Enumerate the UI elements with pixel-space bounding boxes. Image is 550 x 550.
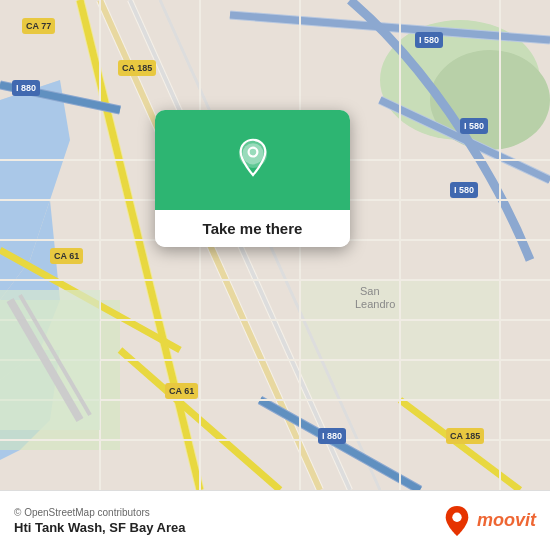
- popup-card: Take me there: [155, 110, 350, 247]
- svg-text:San: San: [360, 285, 380, 297]
- take-me-there-button[interactable]: Take me there: [155, 210, 350, 247]
- popup-green-area: [155, 110, 350, 210]
- map-container: San Leandro CA 77 I 880 CA 185 I 580 I 5…: [0, 0, 550, 490]
- road-badge-i880-lower: I 880: [318, 428, 346, 444]
- road-badge-i580-upper: I 580: [415, 32, 443, 48]
- road-badge-ca185-lower: CA 185: [446, 428, 484, 444]
- road-badge-ca61-upper: CA 61: [50, 248, 83, 264]
- moovit-pin-icon: [443, 505, 471, 537]
- svg-point-45: [242, 143, 263, 164]
- svg-text:Leandro: Leandro: [355, 298, 395, 310]
- svg-point-48: [452, 512, 461, 521]
- map-attribution: © OpenStreetMap contributors: [14, 507, 185, 518]
- place-name: Hti Tank Wash, SF Bay Area: [14, 520, 185, 535]
- road-badge-i880-upper: I 880: [12, 80, 40, 96]
- road-badge-ca185-upper: CA 185: [118, 60, 156, 76]
- road-badge-ca77: CA 77: [22, 18, 55, 34]
- bottom-bar: © OpenStreetMap contributors Hti Tank Wa…: [0, 490, 550, 550]
- road-badge-i580-mid: I 580: [460, 118, 488, 134]
- road-badge-i580-lower: I 580: [450, 182, 478, 198]
- moovit-brand-text: moovit: [477, 510, 536, 531]
- road-badge-ca61-lower: CA 61: [165, 383, 198, 399]
- moovit-logo: moovit: [443, 505, 536, 537]
- location-pin-icon: [231, 138, 275, 182]
